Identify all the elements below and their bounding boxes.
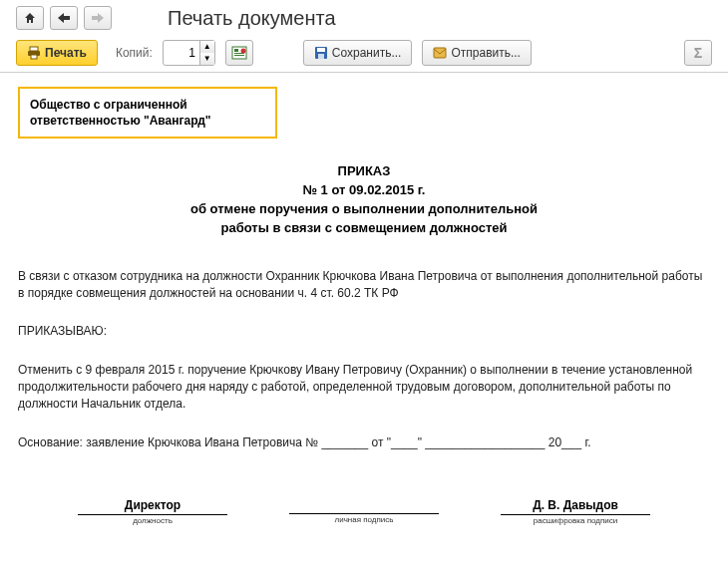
- svg-rect-10: [318, 54, 324, 59]
- svg-rect-9: [317, 48, 325, 52]
- org-line1: Общество с ограниченной: [30, 98, 187, 112]
- copies-input[interactable]: [164, 46, 199, 60]
- sig-name-value: Д. В. Давыдов: [501, 498, 650, 515]
- signature-position: Директор должность: [78, 498, 227, 525]
- save-icon: [314, 46, 328, 60]
- paragraph-2: ПРИКАЗЫВАЮ:: [18, 323, 710, 340]
- save-button[interactable]: Сохранить...: [303, 40, 413, 66]
- preview-icon: [231, 46, 247, 60]
- copies-down[interactable]: ▼: [200, 53, 214, 65]
- save-button-label: Сохранить...: [332, 46, 402, 60]
- copies-up[interactable]: ▲: [200, 41, 214, 53]
- doc-subject-2: работы в связи с совмещением должностей: [18, 219, 710, 238]
- sig-personal-value: [289, 498, 439, 514]
- svg-rect-2: [31, 55, 37, 59]
- organization-box: Общество с ограниченной ответственностью…: [18, 87, 277, 139]
- back-button[interactable]: [50, 6, 78, 30]
- send-icon: [433, 47, 447, 59]
- svg-rect-11: [434, 48, 446, 58]
- send-button[interactable]: Отправить...: [422, 40, 532, 66]
- svg-rect-6: [234, 55, 244, 56]
- sigma-icon: Σ: [694, 45, 702, 61]
- copies-label: Копий:: [116, 46, 153, 60]
- signature-name: Д. В. Давыдов расшифровка подписи: [501, 498, 650, 525]
- send-button-label: Отправить...: [451, 46, 521, 60]
- org-line2: ответственностью "Авангард": [30, 114, 211, 128]
- svg-rect-0: [30, 47, 38, 51]
- svg-rect-4: [234, 49, 238, 52]
- signature-personal: личная подпись: [289, 498, 439, 525]
- print-button-label: Печать: [45, 46, 87, 60]
- print-icon: [27, 46, 41, 60]
- sum-button[interactable]: Σ: [684, 40, 712, 66]
- sig-name-label: расшифровка подписи: [501, 516, 650, 525]
- doc-subject-1: об отмене поручения о выполнении дополни…: [18, 200, 710, 219]
- document-header: ПРИКАЗ № 1 от 09.02.2015 г. об отмене по…: [18, 162, 710, 237]
- doc-title: ПРИКАЗ: [18, 162, 710, 181]
- home-button[interactable]: [16, 6, 44, 30]
- sig-position-value: Директор: [78, 498, 227, 515]
- print-button[interactable]: Печать: [16, 40, 98, 66]
- topbar: Печать документа: [0, 0, 728, 34]
- sig-personal-label: личная подпись: [289, 515, 439, 524]
- copies-spinner[interactable]: ▲ ▼: [163, 40, 215, 66]
- page-title: Печать документа: [168, 7, 336, 30]
- paragraph-1: В связи с отказом сотрудника на должност…: [18, 268, 710, 302]
- paragraph-4: Основание: заявление Крючкова Ивана Петр…: [18, 434, 710, 451]
- svg-point-7: [240, 49, 245, 54]
- document-preview: Общество с ограниченной ответственностью…: [0, 73, 728, 525]
- preview-button[interactable]: [225, 40, 253, 66]
- paragraph-3: Отменить с 9 февраля 2015 г. поручение К…: [18, 362, 710, 412]
- forward-button[interactable]: [84, 6, 112, 30]
- doc-number: № 1 от 09.02.2015 г.: [18, 181, 710, 200]
- document-body: В связи с отказом сотрудника на должност…: [18, 268, 710, 451]
- signature-row: Директор должность личная подпись Д. В. …: [18, 498, 710, 525]
- toolbar: Печать Копий: ▲ ▼ Сохранить... Отправить…: [0, 34, 728, 73]
- sig-position-label: должность: [78, 516, 227, 525]
